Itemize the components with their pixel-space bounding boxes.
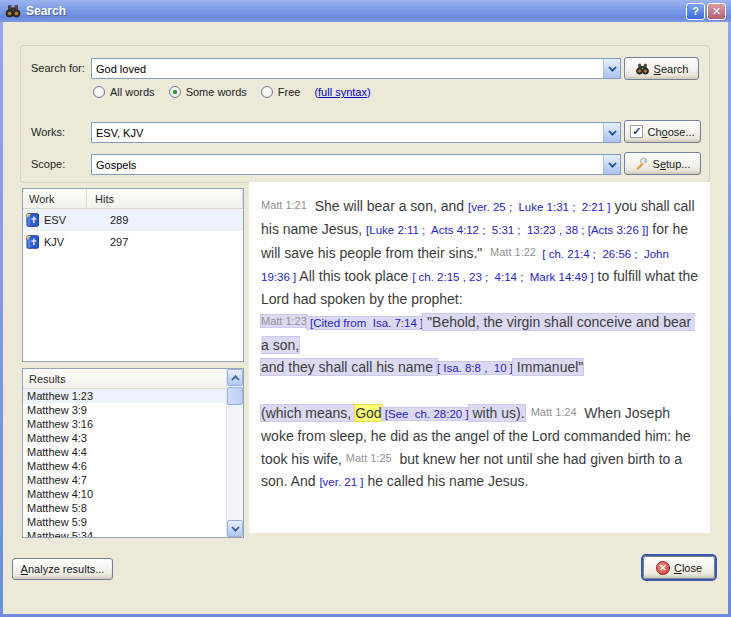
work-column-header: Work (23, 189, 87, 208)
scrollbar-thumb[interactable] (227, 387, 243, 405)
cross-reference-link[interactable]: [ver. 25 ; Luke 1:31 ; 2:21 ] (468, 201, 611, 213)
analyze-button-label: Analyze results... (21, 563, 105, 575)
binoculars-icon (635, 63, 650, 75)
close-button[interactable]: ✕ Close (643, 556, 715, 579)
list-item[interactable]: Matthew 1:23 (23, 389, 226, 403)
setup-button-label: Setup... (653, 158, 691, 170)
radio-circle-icon[interactable] (169, 86, 181, 98)
wrench-icon (635, 157, 649, 171)
window-close-button[interactable]: ✕ (707, 3, 726, 20)
close-button-focus-ring: ✕ Close (641, 554, 717, 581)
list-item[interactable]: Matthew 5:9 (23, 515, 226, 529)
bible-book-icon (26, 235, 40, 249)
binoculars-icon (5, 4, 21, 18)
close-button-label: Close (674, 562, 702, 574)
chevron-down-icon[interactable] (603, 155, 620, 174)
cross-reference-link[interactable]: [ver. 21 ] (319, 476, 363, 488)
list-item[interactable]: Matthew 4:3 (23, 431, 226, 445)
table-row[interactable]: ESV289 (23, 209, 243, 231)
results-scrollbar[interactable] (226, 369, 243, 537)
results-header: Results (23, 369, 228, 389)
search-hit-highlight: God (355, 405, 381, 421)
verse-label: Matt 1:22 (490, 246, 536, 258)
verse-text: and they shall call his name (261, 359, 437, 375)
radio-label: Free (278, 86, 301, 98)
search-dialog: Search ? ✕ Search for: (0, 0, 731, 617)
search-term-combobox (91, 58, 621, 79)
verse-text: She will bear a son, and (307, 198, 468, 214)
work-hits: 289 (84, 214, 128, 226)
table-row[interactable]: KJV297 (23, 231, 243, 253)
scope-label: Scope: (31, 158, 65, 170)
list-item[interactable]: Matthew 4:10 (23, 487, 226, 501)
choose-works-button[interactable]: ✓ Choose... (624, 120, 701, 143)
works-table-header: Work Hits (23, 189, 243, 209)
dialog-body: Search for: (3, 22, 728, 614)
cross-reference-link[interactable]: [See ch. 28:20 ] (382, 408, 469, 420)
list-item[interactable]: Matthew 5:34 (23, 529, 226, 537)
work-hits: 297 (84, 236, 128, 248)
window-title: Search (26, 4, 66, 18)
verse-text: with us). (469, 405, 525, 421)
cross-reference-link[interactable]: [ Isa. 8:8 , 10 ] (437, 362, 513, 374)
verse-label: Matt 1:24 (525, 406, 577, 418)
full-syntax-link[interactable]: (full syntax) (314, 86, 370, 98)
list-item[interactable]: Matthew 4:6 (23, 459, 226, 473)
hits-column-header: Hits (87, 189, 243, 208)
works-label: Works: (31, 126, 65, 138)
choose-button-label: Choose... (647, 126, 694, 138)
close-circle-icon: ✕ (656, 561, 670, 575)
verse-label: Matt 1:23 (261, 315, 307, 327)
list-item[interactable]: Matthew 3:9 (23, 403, 226, 417)
verse-text: All this took place (296, 268, 412, 284)
bible-book-icon (26, 213, 40, 227)
work-name: KJV (44, 236, 84, 248)
works-input[interactable] (92, 123, 603, 142)
verse-preview-pane[interactable]: Matt 1:21 She will bear a son, and [ver.… (249, 182, 710, 533)
works-combobox (91, 122, 621, 143)
chevron-down-icon[interactable] (603, 59, 620, 78)
work-name: ESV (44, 214, 84, 226)
cross-reference-link[interactable]: [ ch. 2:15 , 23 ; 4:14 ; Mark 14:49 ] (412, 271, 594, 283)
works-table-body: ESV289KJV297 (23, 209, 243, 253)
results-panel: Results Matthew 1:23Matthew 3:9Matthew 3… (22, 368, 244, 538)
list-item[interactable]: Matthew 5:8 (23, 501, 226, 515)
radio-circle-icon[interactable] (93, 86, 105, 98)
search-for-label: Search for: (31, 62, 85, 74)
scroll-up-icon[interactable] (227, 369, 243, 386)
results-header-label: Results (29, 373, 66, 385)
verse-label: Matt 1:25 (346, 452, 392, 464)
help-button-label: ? (692, 5, 699, 17)
radio-circle-icon[interactable] (261, 86, 273, 98)
list-item[interactable]: Matthew 4:7 (23, 473, 226, 487)
checkmark-icon: ✓ (630, 125, 643, 138)
radio-all-words[interactable]: All words (93, 86, 155, 98)
search-form-group: Search for: (20, 45, 710, 183)
list-item[interactable]: Matthew 4:4 (23, 445, 226, 459)
radio-label: All words (110, 86, 155, 98)
results-list: Matthew 1:23Matthew 3:9Matthew 3:16Matth… (23, 389, 226, 537)
search-button[interactable]: Search (624, 57, 699, 80)
scope-setup-button[interactable]: Setup... (624, 152, 701, 175)
scope-input[interactable] (92, 155, 603, 174)
verse-label: Matt 1:21 (261, 199, 307, 211)
search-mode-radios: All wordsSome wordsFree (full syntax) (93, 86, 371, 98)
verse-text: he called his name Jesus. (364, 473, 529, 489)
close-icon: ✕ (712, 5, 721, 18)
chevron-down-icon[interactable] (603, 123, 620, 142)
radio-some-words[interactable]: Some words (169, 86, 247, 98)
titlebar[interactable]: Search ? ✕ (0, 0, 731, 22)
search-input[interactable] (92, 59, 603, 78)
scope-combobox (91, 154, 621, 175)
list-item[interactable]: Matthew 3:16 (23, 417, 226, 431)
scroll-down-icon[interactable] (227, 520, 243, 537)
cross-reference-link[interactable]: [Cited from Isa. 7:14 ] (307, 317, 423, 329)
verse-text: Immanuel" (513, 359, 583, 375)
radio-label: Some words (186, 86, 247, 98)
help-button[interactable]: ? (686, 3, 705, 20)
analyze-results-button[interactable]: Analyze results... (12, 558, 113, 580)
radio-free[interactable]: Free (261, 86, 301, 98)
search-button-label: Search (654, 63, 689, 75)
verse-text: (which means, (261, 405, 355, 421)
cross-reference-link[interactable]: [Luke 2:11 ; Acts 4:12 ; 5:31 ; 13:23 , … (366, 224, 648, 236)
